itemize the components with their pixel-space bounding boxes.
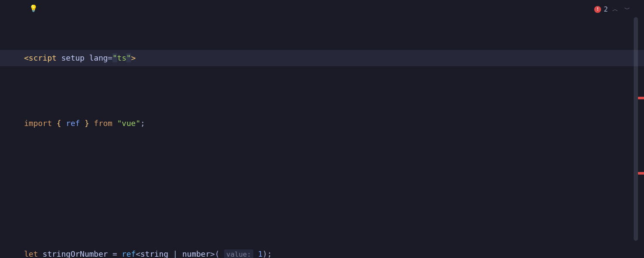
error-mark[interactable] bbox=[638, 172, 644, 175]
error-indicator: ! 2 ︿ ﹀ bbox=[594, 5, 632, 13]
error-count: 2 bbox=[604, 5, 608, 13]
editor-container: 💡 ! 2 ︿ ﹀ <script setup lang="ts"> impor… bbox=[0, 0, 644, 258]
code-line[interactable]: <script setup lang="ts"> bbox=[0, 50, 644, 66]
code-line[interactable]: import { ref } from "vue"; bbox=[24, 115, 631, 132]
prev-error-icon[interactable]: ︿ bbox=[611, 6, 620, 13]
code-editor[interactable]: <script setup lang="ts"> import { ref } … bbox=[24, 17, 631, 258]
scrollbar-marks bbox=[638, 0, 644, 258]
inlay-hint: value: bbox=[224, 249, 253, 258]
scrollbar-thumb[interactable] bbox=[634, 17, 638, 241]
next-error-icon[interactable]: ﹀ bbox=[623, 6, 632, 13]
code-line[interactable] bbox=[24, 181, 631, 197]
error-icon[interactable]: ! bbox=[594, 6, 601, 13]
code-line[interactable]: let stringOrNumber = ref<string | number… bbox=[24, 246, 631, 258]
error-mark[interactable] bbox=[638, 97, 644, 99]
lightbulb-icon[interactable]: 💡 bbox=[29, 4, 38, 12]
